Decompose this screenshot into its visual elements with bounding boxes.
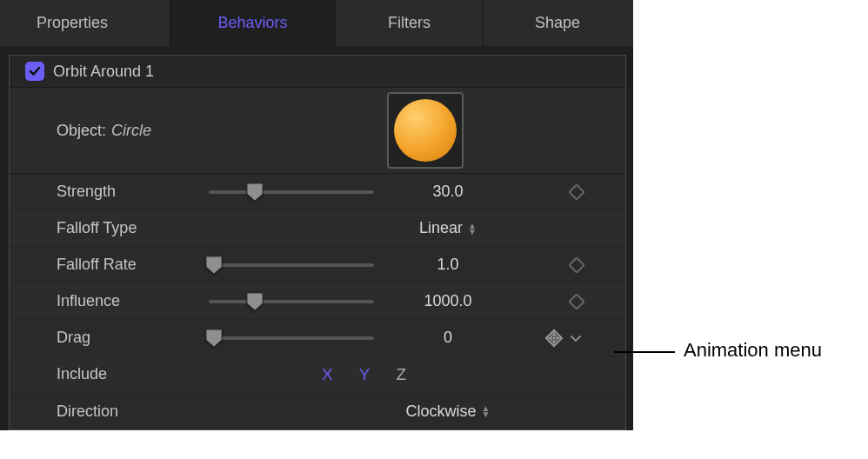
param-falloff-rate: Falloff Rate 1.0	[10, 247, 625, 283]
drag-slider[interactable]	[209, 336, 374, 340]
strength-label: Strength	[57, 183, 209, 201]
tab-bar: Properties Behaviors Filters Shape	[0, 0, 633, 46]
strength-value[interactable]: 30.0	[383, 183, 513, 201]
tab-shape[interactable]: Shape	[484, 0, 631, 46]
slider-thumb-icon	[205, 256, 223, 275]
object-preview[interactable]	[387, 92, 464, 169]
enable-checkbox[interactable]	[25, 62, 44, 81]
param-falloff-type: Falloff Type Linear ▲▼	[10, 210, 625, 247]
param-direction: Direction Clockwise ▲▼	[10, 393, 625, 429]
tab-behaviors[interactable]: Behaviors	[170, 0, 336, 46]
updown-icon: ▲▼	[468, 223, 477, 235]
param-drag: Drag 0	[10, 320, 625, 356]
falloff-rate-value[interactable]: 1.0	[383, 256, 513, 274]
include-y[interactable]: Y	[359, 365, 371, 384]
falloff-type-label: Falloff Type	[57, 219, 209, 237]
animation-menu-icon[interactable]	[544, 329, 564, 348]
updown-icon: ▲▼	[482, 405, 491, 417]
param-include: Include X Y Z	[10, 356, 625, 393]
tab-filters[interactable]: Filters	[336, 0, 484, 46]
include-x[interactable]: X	[322, 365, 333, 384]
circle-icon	[394, 99, 457, 162]
influence-slider[interactable]	[209, 300, 374, 303]
drag-value[interactable]: 0	[383, 329, 513, 347]
falloff-rate-label: Falloff Rate	[57, 256, 209, 274]
behavior-header: Orbit Around 1	[10, 56, 625, 87]
direction-select[interactable]: Clockwise ▲▼	[383, 402, 513, 421]
influence-label: Influence	[57, 292, 209, 310]
chevron-down-icon[interactable]	[569, 331, 583, 345]
tab-properties[interactable]: Properties	[0, 0, 170, 46]
behavior-inspector: Orbit Around 1 Object: Circle Strength 3…	[9, 55, 626, 430]
object-label: Object:	[57, 122, 106, 140]
inspector-panel: Properties Behaviors Filters Shape Orbit…	[0, 0, 633, 430]
keyframe-icon[interactable]	[568, 293, 585, 310]
strength-slider[interactable]	[209, 190, 374, 194]
keyframe-icon[interactable]	[568, 183, 585, 201]
keyframe-icon[interactable]	[568, 256, 585, 274]
object-value: Circle	[111, 122, 151, 140]
falloff-type-select[interactable]: Linear ▲▼	[383, 219, 513, 237]
slider-thumb-icon	[246, 183, 264, 202]
slider-thumb-icon	[205, 329, 223, 348]
param-influence: Influence 1000.0	[10, 283, 625, 320]
param-strength: Strength 30.0	[10, 174, 625, 210]
falloff-rate-slider[interactable]	[209, 263, 374, 267]
callout-line	[614, 351, 675, 353]
influence-value[interactable]: 1000.0	[383, 292, 513, 310]
drag-label: Drag	[57, 329, 209, 347]
include-label: Include	[57, 365, 209, 383]
checkmark-icon	[28, 64, 42, 78]
object-row: Object: Circle	[10, 87, 625, 174]
slider-thumb-icon	[246, 292, 264, 311]
direction-label: Direction	[57, 402, 209, 421]
behavior-title: Orbit Around 1	[53, 63, 154, 81]
callout-label: Animation menu	[684, 339, 822, 362]
include-z[interactable]: Z	[396, 365, 406, 384]
